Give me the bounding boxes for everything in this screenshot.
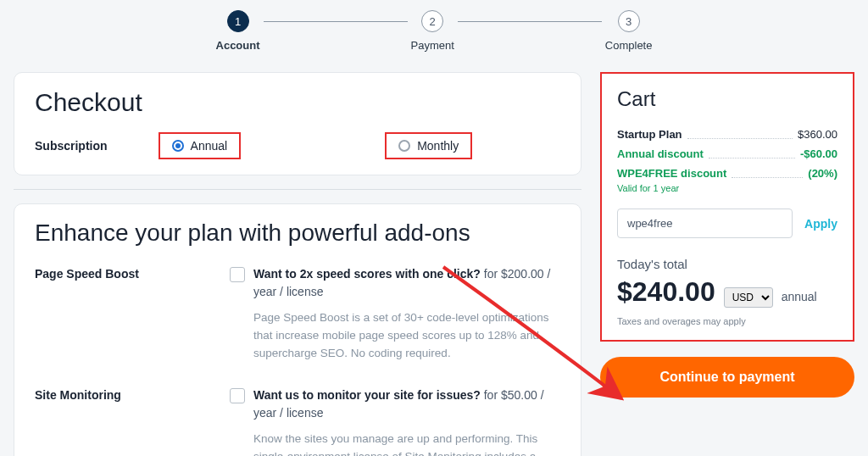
step-label: Complete: [605, 39, 653, 52]
radio-icon: [398, 140, 410, 152]
addon-name: Page Speed Boost: [35, 265, 204, 363]
radio-label: Monthly: [417, 139, 459, 153]
dotted-leader: [687, 131, 793, 139]
item-name: Startup Plan: [617, 128, 682, 141]
step-complete: 3 Complete: [605, 10, 653, 52]
dotted-leader: [709, 150, 795, 158]
apply-button[interactable]: Apply: [804, 217, 837, 231]
step-number: 1: [227, 10, 249, 32]
addon-name: Site Monitoring: [35, 386, 204, 456]
total-amount: $240.00: [617, 276, 715, 308]
progress-stepper: 1 Account 2 Payment 3 Complete: [0, 0, 868, 58]
radio-icon: [172, 140, 184, 152]
dotted-leader: [732, 170, 803, 178]
subscription-label: Subscription: [35, 139, 108, 153]
addon-description: Page Speed Boost is a set of 30+ code-le…: [253, 309, 560, 363]
step-account: 1 Account: [216, 10, 260, 52]
step-connector: [264, 21, 408, 22]
total-label: Today's total: [617, 257, 837, 271]
addon-checkbox[interactable]: [230, 388, 245, 403]
addon-row: Page Speed Boost Want to 2x speed scores…: [35, 265, 560, 363]
radio-label: Annual: [191, 139, 228, 153]
cart-line-item: Annual discount -$60.00: [617, 147, 837, 160]
cart-line-item: WPE4FREE discount (20%): [617, 167, 837, 180]
section-divider: [14, 189, 581, 190]
tax-note: Taxes and overages may apply: [617, 316, 837, 326]
discount-validity: Valid for 1 year: [617, 183, 837, 193]
continue-to-payment-button[interactable]: Continue to payment: [600, 357, 854, 398]
currency-select[interactable]: USD: [724, 287, 773, 308]
item-name: WPE4FREE discount: [617, 167, 726, 180]
item-name: Annual discount: [617, 147, 704, 160]
cart-line-item: Startup Plan $360.00: [617, 128, 837, 141]
addon-question: Want to 2x speed scores with one click?: [253, 267, 481, 281]
cart-panel: Cart Startup Plan $360.00 Annual discoun…: [600, 72, 854, 342]
addon-description: Know the sites you manage are up and per…: [253, 431, 560, 456]
step-payment: 2 Payment: [411, 10, 454, 52]
item-value: (20%): [808, 167, 837, 180]
checkout-card: Checkout Subscription Annual Monthly: [14, 72, 581, 175]
addons-title: Enhance your plan with powerful add-ons: [35, 220, 560, 247]
radio-monthly[interactable]: Monthly: [385, 132, 472, 159]
addon-question: Want us to monitor your site for issues?: [253, 388, 481, 402]
billing-period: annual: [782, 290, 817, 303]
step-label: Account: [216, 39, 260, 52]
addon-row: Site Monitoring Want us to monitor your …: [35, 386, 560, 456]
radio-annual[interactable]: Annual: [159, 132, 242, 159]
cart-title: Cart: [617, 87, 837, 111]
step-number: 2: [421, 10, 443, 32]
step-connector: [458, 21, 602, 22]
item-value: -$60.00: [800, 147, 837, 160]
addon-checkbox[interactable]: [230, 267, 245, 282]
checkout-title: Checkout: [35, 88, 560, 117]
item-value: $360.00: [798, 128, 837, 141]
promo-code-input[interactable]: [617, 209, 793, 238]
addons-card: Enhance your plan with powerful add-ons …: [14, 203, 581, 456]
step-label: Payment: [411, 39, 454, 52]
step-number: 3: [618, 10, 640, 32]
